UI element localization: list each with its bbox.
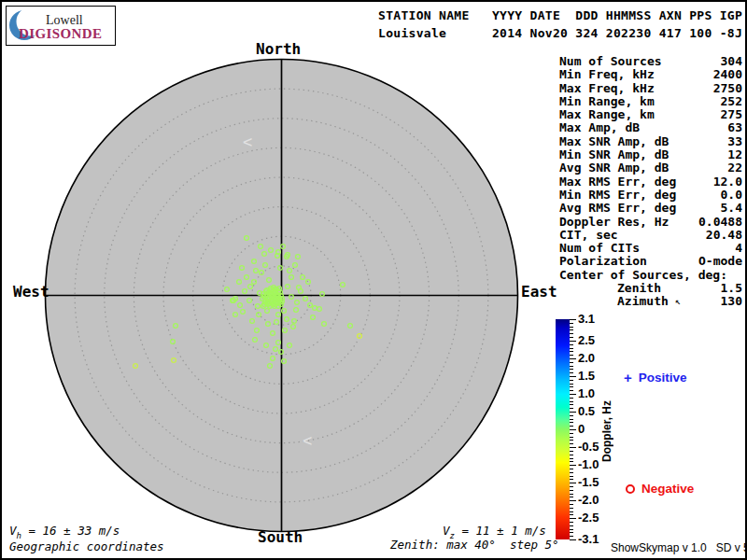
info-row-label: Num of Sources <box>559 55 662 68</box>
info-row-value: 275 <box>721 108 742 121</box>
info-row: Min Freq, kHz2400 <box>559 68 742 81</box>
info-row-label: Polarization <box>559 255 647 268</box>
info-row-label: Avg SNR Amp, dB <box>559 161 669 175</box>
doppler-axis-label: Doppler, Hz <box>600 377 613 484</box>
colorbar-minor-tick <box>570 386 573 387</box>
horizontal-velocity-readout: Vh = 16 ± 33 m/s <box>9 524 120 540</box>
info-row-label: Max Freq, kHz <box>559 82 655 95</box>
colorbar-minor-tick <box>570 344 573 345</box>
info-row-value: O-mode <box>698 255 742 268</box>
colorbar-tick-label: 0 <box>578 422 585 436</box>
colorbar-minor-tick <box>570 455 573 455</box>
colorbar-minor-tick <box>570 426 573 427</box>
colorbar-major-tick <box>570 447 576 448</box>
colorbar-major-tick <box>570 376 576 377</box>
info-row-label: Min SNR Amp, dB <box>559 148 669 161</box>
colorbar-major-tick <box>570 429 576 430</box>
colorbar-tick-label: -0.5 <box>578 440 599 454</box>
colorbar-minor-tick <box>570 415 573 416</box>
colorbar-minor-tick <box>570 469 573 469</box>
info-row-value: 252 <box>721 95 742 108</box>
info-row: Num of CITs4 <box>559 242 742 255</box>
colorbar-minor-tick <box>570 355 573 356</box>
info-row-value: 1.5 <box>721 282 742 295</box>
colorbar-minor-tick <box>570 476 573 477</box>
colorbar-minor-tick <box>570 522 573 523</box>
info-row-label: Doppler Res, Hz <box>559 216 669 229</box>
app-version-label: ShowSkymap v 1.0 SD v 5.1 <box>611 541 747 554</box>
info-row-label: Avg RMS Err, deg <box>559 202 676 215</box>
info-row-label: Min Range, km <box>559 95 655 108</box>
colorbar-minor-tick <box>570 490 573 491</box>
colorbar-major-tick <box>570 341 576 342</box>
colorbar-minor-tick <box>570 461 573 462</box>
colorbar-minor-tick <box>570 372 573 373</box>
colorbar-minor-tick <box>570 511 573 512</box>
colorbar-major-tick <box>570 358 576 359</box>
colorbar-major-tick <box>570 518 576 519</box>
coordinate-system-label: Geographic coordinates <box>9 539 164 553</box>
colorbar-minor-tick <box>570 529 573 530</box>
colorbar-minor-tick <box>570 408 573 409</box>
colorbar-minor-tick <box>570 514 573 515</box>
info-row-value: 12.0 <box>713 175 742 189</box>
colorbar-tick-label: -2.5 <box>578 511 599 525</box>
info-row: Min Range, km252 <box>559 95 742 108</box>
colorbar-major-tick <box>570 412 576 413</box>
info-row-label: CIT, sec <box>559 229 618 242</box>
info-row-value: 130 <box>721 295 742 308</box>
colorbar-minor-tick <box>570 401 573 402</box>
info-row: PolarizationO-mode <box>559 255 742 268</box>
info-panel: Num of Sources304Min Freq, kHz2400Max Fr… <box>559 55 742 309</box>
info-row-value: 12 <box>727 148 742 161</box>
info-row: Max Range, km275 <box>559 108 742 121</box>
info-row: Azimuth↖130 <box>559 295 742 308</box>
colorbar-minor-tick <box>570 508 573 509</box>
info-row-value: 20.48 <box>706 229 742 242</box>
colorbar-major-tick <box>570 465 576 466</box>
colorbar-minor-tick <box>570 323 573 324</box>
info-row: Num of Sources304 <box>559 55 742 68</box>
info-row-value: 2750 <box>713 82 742 95</box>
colorbar-minor-tick <box>570 422 573 423</box>
colorbar-minor-tick <box>570 329 573 330</box>
compass-north-label: North <box>256 40 301 58</box>
open-circle-icon <box>626 484 635 494</box>
colorbar-minor-tick <box>570 384 573 385</box>
info-row-label: Max Amp, dB <box>559 121 640 134</box>
legend-positive: + Positive <box>624 371 687 385</box>
colorbar-minor-tick <box>570 504 573 505</box>
colorbar-major-tick <box>570 483 576 483</box>
info-row: Max SNR Amp, dB33 <box>559 135 742 148</box>
info-row-value: 63 <box>727 121 742 134</box>
info-row-value: 5.4 <box>721 202 742 215</box>
info-row-value: 4 <box>735 242 742 255</box>
info-row-label: Min RMS Err, deg <box>559 189 676 202</box>
colorbar-minor-tick <box>570 348 573 349</box>
colorbar-minor-tick <box>570 451 573 452</box>
faint-chevron-mark: < <box>243 133 252 151</box>
colorbar-minor-tick <box>570 351 573 352</box>
compass-south-label: South <box>258 528 303 546</box>
info-row-value: 304 <box>721 55 742 68</box>
info-row-label: Num of CITs <box>559 242 640 255</box>
colorbar-major-tick <box>570 500 576 501</box>
colorbar-minor-tick <box>570 337 573 338</box>
colorbar-minor-tick <box>570 380 573 381</box>
colorbar-minor-tick <box>570 398 573 399</box>
info-row-label: Min Freq, kHz <box>559 68 655 81</box>
colorbar-minor-tick <box>570 494 573 495</box>
faint-chevron-mark: < <box>303 431 312 450</box>
colorbar-minor-tick <box>570 390 573 391</box>
colorbar-minor-tick <box>570 404 573 405</box>
colorbar-major-tick <box>570 319 576 320</box>
colorbar-minor-tick <box>570 532 573 533</box>
info-row: Zenith1.5 <box>559 282 742 295</box>
info-row-label: Azimuth <box>617 295 669 308</box>
info-row-value: 2400 <box>713 68 742 81</box>
colorbar-tick-label: 3.1 <box>578 312 595 326</box>
colorbar-minor-tick <box>570 419 573 420</box>
colorbar-minor-tick <box>570 472 573 473</box>
colorbar-tick-label: 0.5 <box>578 404 595 418</box>
colorbar-minor-tick <box>570 525 573 526</box>
